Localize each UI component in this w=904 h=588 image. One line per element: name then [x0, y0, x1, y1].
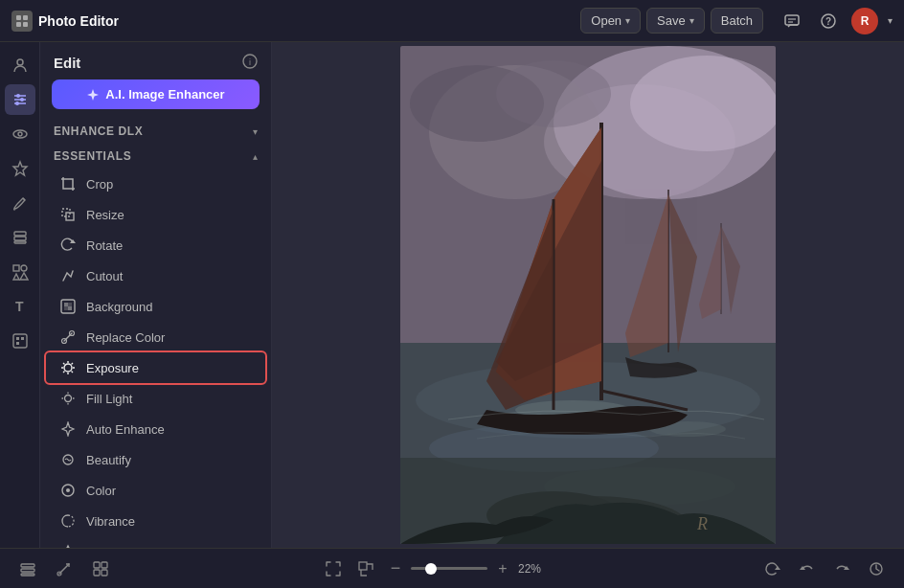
app-logo: Photo Editor — [11, 11, 119, 32]
svg-point-24 — [21, 265, 27, 271]
svg-text:i: i — [249, 57, 251, 67]
svg-rect-101 — [21, 569, 34, 572]
sidebar-item-person[interactable] — [5, 50, 35, 80]
menu-item-replace-color[interactable]: Replace Color — [46, 322, 265, 352]
menu-item-resize[interactable]: Resize — [46, 199, 265, 230]
enhance-dlx-chevron: ▾ — [253, 126, 258, 137]
svg-rect-1 — [23, 15, 28, 20]
sidebar-item-eye[interactable] — [5, 119, 35, 149]
menu-item-color-label: Color — [86, 484, 116, 498]
batch-button[interactable]: Batch — [711, 8, 763, 34]
svg-rect-31 — [16, 342, 19, 345]
svg-rect-0 — [16, 15, 21, 20]
vibrance-icon — [59, 512, 77, 530]
menu-item-cutout[interactable]: Cutout — [46, 260, 265, 291]
svg-rect-105 — [102, 562, 107, 568]
replace-color-icon — [59, 328, 77, 346]
topbar-right: ? R ▾ — [779, 8, 893, 34]
svg-rect-3 — [23, 22, 28, 27]
svg-marker-18 — [13, 162, 27, 175]
menu-item-vibrance[interactable]: Vibrance — [46, 506, 265, 536]
bottom-right — [760, 556, 889, 581]
menu-item-exposure[interactable]: Exposure — [46, 352, 265, 383]
menu-item-background-label: Background — [86, 300, 152, 314]
essentials-chevron: ▴ — [253, 151, 258, 162]
svg-rect-23 — [13, 265, 19, 271]
help-button[interactable]: ? — [815, 8, 842, 34]
main-area: T Edit i A.I. — [0, 42, 904, 548]
info-icon[interactable]: i — [242, 54, 258, 72]
menu-item-exposure-label: Exposure — [86, 361, 139, 375]
menu-item-resize-label: Resize — [86, 208, 124, 222]
ai-image-enhancer-button[interactable]: A.I. Image Enhancer — [52, 79, 260, 109]
refresh-button[interactable] — [760, 556, 785, 581]
svg-rect-30 — [21, 337, 24, 340]
pen-tool-button[interactable] — [52, 556, 77, 581]
resize-icon — [59, 206, 77, 223]
sidebar-item-shapes[interactable] — [5, 257, 35, 287]
save-button[interactable]: Save ▾ — [646, 8, 705, 34]
svg-rect-40 — [68, 306, 72, 310]
svg-rect-107 — [102, 570, 107, 576]
crop-icon — [59, 175, 77, 192]
enhance-dlx-section[interactable]: Enhance DLX ▾ — [40, 119, 271, 144]
sidebar-item-star[interactable] — [5, 153, 35, 184]
sidebar-item-layers[interactable] — [5, 222, 35, 253]
svg-line-52 — [72, 363, 74, 365]
svg-rect-28 — [13, 334, 27, 348]
sidebar-item-export[interactable] — [5, 326, 35, 356]
app-title: Photo Editor — [38, 13, 119, 29]
grid-view-button[interactable] — [88, 556, 113, 581]
menu-list: Enhance DLX ▾ Essentials ▴ Crop — [40, 119, 271, 548]
open-button[interactable]: Open ▾ — [580, 8, 641, 34]
menu-item-fill-light[interactable]: Fill Light — [46, 383, 265, 414]
sidebar-item-brush[interactable] — [5, 188, 35, 218]
sidebar-item-sliders[interactable] — [5, 84, 35, 115]
undo-button[interactable] — [795, 556, 820, 581]
fit-screen-button[interactable] — [321, 556, 346, 581]
user-avatar[interactable]: R — [851, 8, 878, 34]
menu-item-crop[interactable]: Crop — [46, 169, 265, 199]
menu-item-background[interactable]: Background — [46, 291, 265, 322]
sidebar-item-text[interactable]: T — [5, 291, 35, 322]
menu-item-rotate[interactable]: Rotate — [46, 230, 265, 260]
menu-item-crop-label: Crop — [86, 177, 113, 192]
svg-point-54 — [65, 396, 72, 402]
menu-item-replace-color-label: Replace Color — [86, 330, 165, 345]
cutout-icon — [59, 267, 77, 284]
zoom-control: − + 22% — [386, 556, 553, 581]
fill-light-icon — [59, 390, 77, 407]
menu-item-rotate-label: Rotate — [86, 238, 123, 253]
redo-button[interactable] — [829, 556, 854, 581]
svg-marker-34 — [87, 89, 99, 101]
comment-button[interactable] — [779, 8, 805, 34]
zoom-slider[interactable] — [411, 567, 487, 570]
menu-item-sharpen[interactable]: Sharpen — [46, 536, 265, 548]
menu-item-beautify[interactable]: Beautify — [46, 444, 265, 475]
enhance-dlx-label: Enhance DLX — [54, 124, 143, 138]
crop-zoom-button[interactable] — [353, 556, 378, 581]
svg-rect-42 — [68, 303, 72, 306]
essentials-label: Essentials — [54, 149, 131, 163]
save-chevron: ▾ — [689, 15, 694, 26]
layers-toggle-button[interactable] — [15, 556, 40, 581]
essentials-section[interactable]: Essentials ▴ — [40, 144, 271, 169]
history-button[interactable] — [864, 556, 889, 581]
menu-item-vibrance-label: Vibrance — [86, 514, 135, 529]
painting-image: R — [400, 46, 776, 544]
svg-point-17 — [18, 132, 22, 136]
svg-rect-22 — [14, 241, 26, 243]
svg-marker-26 — [13, 274, 19, 280]
svg-text:R: R — [696, 514, 708, 533]
menu-item-auto-enhance[interactable]: Auto Enhance — [46, 414, 265, 444]
exposure-icon — [59, 359, 77, 376]
zoom-in-button[interactable]: + — [493, 556, 512, 581]
svg-point-16 — [13, 130, 27, 138]
menu-item-color[interactable]: Color — [46, 475, 265, 506]
canvas-area: R — [272, 42, 904, 548]
user-chevron[interactable]: ▾ — [888, 15, 893, 26]
svg-point-61 — [66, 488, 70, 492]
svg-line-53 — [63, 372, 65, 373]
svg-text:?: ? — [825, 16, 831, 27]
zoom-out-button[interactable]: − — [386, 556, 405, 581]
